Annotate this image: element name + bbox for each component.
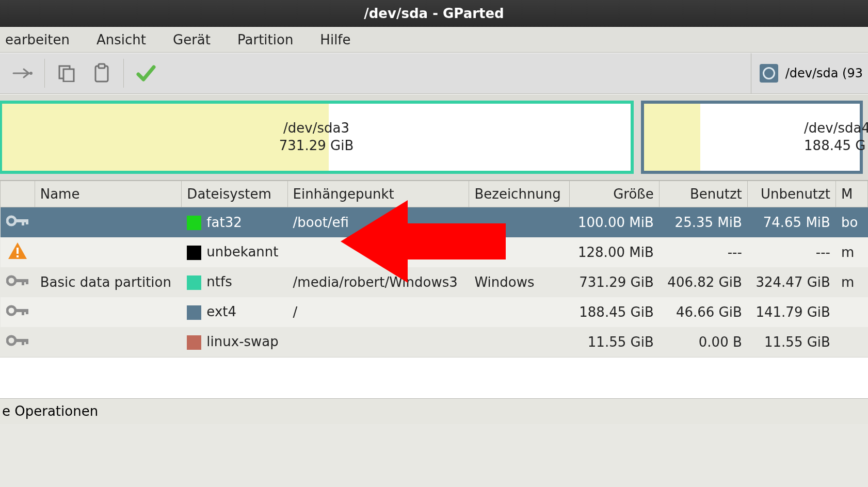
partition-used: 406.82 GiB [659,267,747,297]
pending-operations-label: e Operationen [2,403,98,419]
partition-flags [835,297,867,327]
col-name[interactable]: Name [35,181,182,207]
partition-row[interactable]: fat32 /boot/efi 100.00 MiB 25.35 MiB 74.… [1,207,868,237]
partition-used: 0.00 B [659,327,747,357]
partition-used: 46.66 GiB [659,297,747,327]
partition-label [469,297,570,327]
partition-flags: m [835,237,867,267]
svg-rect-17 [14,309,27,312]
col-label[interactable]: Bezeichnung [469,181,570,207]
partition-mountpoint: /media/robert/Windows3 [287,267,469,297]
map-label-name: /dev/sda3 [279,120,353,137]
svg-rect-10 [17,248,19,254]
toolbar: /dev/sda (93 [0,53,868,94]
partition-table: Name Dateisystem Einhängepunkt Bezeichnu… [0,181,868,357]
partition-filesystem: ntfs [182,267,287,297]
partition-name: Basic data partition [35,267,182,297]
partition-flags: m [835,267,867,297]
map-label-size: 731.29 GiB [279,137,353,155]
statusbar: e Operationen [0,398,868,424]
col-flags[interactable]: M [835,181,867,207]
partition-map: /dev/sda3 731.29 GiB /dev/sda4 188.45 G [0,94,868,181]
svg-rect-7 [22,219,24,225]
svg-point-20 [7,336,15,345]
partition-size: 11.55 GiB [570,327,659,357]
partition-name [35,297,182,327]
svg-rect-13 [14,279,27,282]
col-used[interactable]: Benutzt [659,181,747,207]
partition-unused: 11.55 GiB [747,327,835,357]
svg-point-0 [29,72,33,75]
fs-color-swatch [187,335,201,350]
partition-map-sda4[interactable]: /dev/sda4 188.45 G [641,101,863,174]
fs-color-swatch [187,305,201,320]
partition-unused: --- [747,237,835,267]
svg-point-5 [7,217,15,225]
menubar: earbeiten Ansicht Gerät Partition Hilfe [0,27,868,53]
partition-row[interactable]: unbekannt 128.00 MiB --- --- m [1,237,868,267]
svg-rect-18 [22,309,24,315]
partition-filesystem: fat32 [182,207,287,237]
partition-mountpoint: /boot/efi [287,207,469,237]
partition-label [469,207,570,237]
partition-label [469,327,570,357]
partition-label [469,237,570,267]
partition-mountpoint: / [287,297,469,327]
window-title: /dev/sda - GParted [364,6,504,21]
key-icon [1,207,35,237]
fs-color-swatch [187,216,201,230]
svg-rect-4 [99,64,105,68]
svg-rect-14 [22,279,24,285]
partition-mountpoint [287,327,469,357]
device-selector[interactable]: /dev/sda (93 [751,53,863,93]
partition-size: 100.00 MiB [570,207,659,237]
col-filesystem[interactable]: Dateisystem [182,181,287,207]
partition-size: 731.29 GiB [570,267,659,297]
svg-point-16 [7,306,15,315]
partition-unused: 141.79 GiB [747,297,835,327]
partition-name [35,207,182,237]
partition-map-sda3[interactable]: /dev/sda3 731.29 GiB [0,101,634,174]
svg-point-12 [7,277,15,285]
partition-used: --- [659,237,747,267]
menu-partition[interactable]: Partition [234,30,296,50]
partition-label: Windows [469,267,570,297]
menu-edit[interactable]: earbeiten [2,30,73,50]
toolbar-separator [44,59,45,88]
partition-flags [835,327,867,357]
disk-icon [760,64,778,83]
partition-row[interactable]: linux-swap 11.55 GiB 0.00 B 11.55 GiB [1,327,868,357]
partition-used: 25.35 MiB [659,207,747,237]
svg-rect-15 [26,279,28,284]
col-unused[interactable]: Unbenutzt [747,181,835,207]
table-header-row: Name Dateisystem Einhängepunkt Bezeichnu… [1,181,868,207]
map-label-size: 188.45 G [804,137,868,155]
svg-rect-11 [17,255,19,257]
col-mountpoint[interactable]: Einhängepunkt [287,181,469,207]
apply-button[interactable] [131,59,160,88]
partition-name [35,327,182,357]
menu-view[interactable]: Ansicht [93,30,149,50]
partition-row[interactable]: ext4 / 188.45 GiB 46.66 GiB 141.79 GiB [1,297,868,327]
menu-device[interactable]: Gerät [170,30,214,50]
device-selector-label: /dev/sda (93 [785,66,863,80]
col-expander[interactable] [1,181,35,207]
partition-filesystem: ext4 [182,297,287,327]
paste-button[interactable] [87,59,116,88]
menu-help[interactable]: Hilfe [317,30,353,50]
fs-color-swatch [187,275,201,290]
svg-rect-6 [14,219,27,222]
partition-unused: 324.47 GiB [747,267,835,297]
key-icon [1,327,35,357]
partition-size: 188.45 GiB [570,297,659,327]
partition-row[interactable]: Basic data partition ntfs /media/robert/… [1,267,868,297]
svg-rect-21 [14,339,27,342]
copy-button[interactable] [52,59,81,88]
new-partition-button[interactable] [8,59,37,88]
svg-rect-2 [63,69,74,82]
partition-filesystem: unbekannt [182,237,287,267]
svg-rect-22 [22,339,24,345]
col-size[interactable]: Größe [570,181,659,207]
warning-icon [1,237,35,267]
partition-flags: bo [835,207,867,237]
